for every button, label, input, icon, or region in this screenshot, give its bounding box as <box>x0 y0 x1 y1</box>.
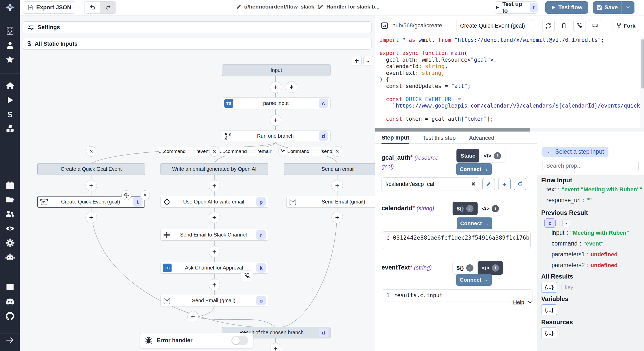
save-dropdown-button[interactable] <box>621 1 634 14</box>
search-prop-input[interactable] <box>542 161 639 171</box>
suspend-button[interactable] <box>573 20 586 32</box>
refresh-resource-button[interactable] <box>514 178 526 190</box>
step-summary-input[interactable] <box>456 20 533 32</box>
undo-button[interactable] <box>84 2 100 13</box>
code-editor[interactable]: import * as wmill from "https://deno.lan… <box>375 37 640 127</box>
export-json-button[interactable]: Export JSON <box>23 1 75 14</box>
node-send-slack[interactable]: Send Email to Slack Channel r <box>160 229 268 241</box>
arrow-right-icon[interactable] <box>0 333 20 347</box>
add-step-button[interactable]: + <box>209 246 220 257</box>
add-step-button[interactable]: + <box>209 279 220 290</box>
robot-icon[interactable] <box>0 250 20 265</box>
object-expand-button[interactable]: {...} <box>541 328 557 338</box>
reload-script-button[interactable] <box>542 20 555 32</box>
boxes-icon[interactable] <box>0 122 20 136</box>
error-handler-toggle[interactable] <box>231 336 248 345</box>
prop-row[interactable]: parameters1:undefined <box>552 251 629 258</box>
code-hscrollbar[interactable] <box>375 128 644 132</box>
prop-row[interactable]: command:"event" <box>552 240 629 247</box>
prop-row[interactable]: input:"Meeting with Ruben" <box>552 229 629 236</box>
code-mode-button[interactable]: </>i <box>478 202 503 215</box>
info-icon[interactable]: i <box>492 264 499 272</box>
tab-test-this-step[interactable]: Test this step <box>423 132 456 144</box>
object-expand-button[interactable]: {...} <box>541 282 557 293</box>
calendarid-connect-button[interactable]: Connect → <box>457 217 492 229</box>
discord-icon[interactable] <box>0 295 20 309</box>
add-resource-button[interactable]: + <box>498 178 511 190</box>
sleep-button[interactable] <box>589 20 601 32</box>
star-icon[interactable]: ★ <box>0 52 20 67</box>
add-step-button[interactable]: + <box>209 212 220 223</box>
github-icon[interactable] <box>0 309 20 323</box>
tab-step-input[interactable]: Step Input <box>382 132 409 144</box>
code-mode-button[interactable]: </>i <box>478 261 503 275</box>
home-icon[interactable] <box>0 78 20 93</box>
node-send-email-gmail-right[interactable]: Send Email (gmail) <box>286 196 375 208</box>
branch-header-gcal[interactable]: Create a Quick Gcal Event <box>37 163 145 175</box>
flow-summary-breadcrumb[interactable]: Handler for slack b... <box>318 4 380 10</box>
zoom-out-button[interactable]: - <box>363 56 373 66</box>
test-flow-button[interactable]: Test flow <box>545 1 588 14</box>
eye-icon[interactable] <box>0 221 20 236</box>
collapse-button[interactable]: - <box>562 219 570 227</box>
all-static-inputs-bar[interactable]: $ All Static Inputs <box>23 38 372 50</box>
redo-button[interactable] <box>100 2 116 13</box>
info-icon[interactable]: i <box>466 264 473 272</box>
prop-row[interactable]: text:"event "Meeting with Ruben"" <box>546 186 642 193</box>
add-step-button[interactable]: + <box>209 180 220 191</box>
template-mode-button[interactable]: ${}i <box>453 202 478 215</box>
branch-header-send[interactable]: Send an email <box>284 163 375 175</box>
eventtext-connect-button[interactable]: Connect → <box>456 274 492 286</box>
select-step-input-button[interactable]: ← Select a step input <box>542 147 608 157</box>
branch-condition-event[interactable]: ....command === 'event' <box>159 147 210 156</box>
calendarid-value-editor[interactable]: c_0312442e881ae6fcf1dec23f54916a389f1c17… <box>382 231 531 249</box>
test-up-to-button[interactable]: Test up to t <box>495 1 538 14</box>
play-icon[interactable] <box>0 93 20 107</box>
gcal-auth-connect-button[interactable]: Connect → <box>456 163 492 175</box>
add-step-button[interactable]: + <box>86 212 97 223</box>
calendar-icon[interactable] <box>0 178 20 192</box>
eventtext-expr[interactable]: results.c.input <box>394 292 443 298</box>
node-input[interactable]: Input <box>222 64 331 76</box>
windmill-logo-icon[interactable] <box>0 0 20 15</box>
tab-advanced[interactable]: Advanced <box>469 132 494 144</box>
branch-header-email[interactable]: Write an email generated by Open AI <box>160 163 268 175</box>
add-step-button[interactable]: + <box>332 212 343 223</box>
code-mode-button[interactable]: </>i <box>479 149 505 162</box>
box-button[interactable] <box>558 20 570 32</box>
gcal-auth-value-input[interactable] <box>382 177 479 191</box>
trigger-lightning-button[interactable] <box>286 81 297 93</box>
help-link[interactable]: Help <box>513 299 524 305</box>
scrollbar-thumb[interactable] <box>641 39 644 88</box>
info-icon[interactable]: i <box>494 152 501 159</box>
add-step-button[interactable]: + <box>332 180 343 191</box>
folder-icon[interactable] <box>0 192 20 207</box>
node-send-email-gmail[interactable]: Send Email (gmail) o <box>160 295 268 306</box>
add-step-button[interactable]: + <box>86 180 97 191</box>
zoom-in-button[interactable]: + <box>352 56 362 66</box>
building-icon[interactable] <box>0 23 20 38</box>
flow-path-breadcrumb[interactable]: u/henricourdent/flow_slack_1 <box>236 4 320 10</box>
flow-settings-bar[interactable]: Settings <box>23 21 372 33</box>
add-branch-button[interactable] <box>278 147 287 156</box>
node-run-one-branch[interactable]: Run one branch d <box>222 130 331 142</box>
move-step-button[interactable] <box>121 190 131 200</box>
users-gear-icon[interactable] <box>0 207 20 221</box>
object-expand-button[interactable]: {...} <box>541 304 557 315</box>
scrollbar-thumb[interactable] <box>375 128 530 132</box>
node-use-openai[interactable]: Use Open AI to write email p <box>160 196 268 208</box>
remove-step-button[interactable]: × <box>140 190 150 200</box>
remove-branch-button[interactable]: × <box>86 146 96 157</box>
add-step-button[interactable]: + <box>270 81 281 93</box>
fork-button[interactable]: Fork <box>613 20 639 32</box>
book-icon[interactable] <box>0 280 20 295</box>
add-step-button[interactable]: + <box>270 115 281 126</box>
prop-row[interactable]: parameters2:undefined <box>552 262 629 269</box>
gear-icon[interactable] <box>0 236 20 250</box>
person-icon[interactable] <box>0 38 20 52</box>
flow-canvas[interactable]: Settings $ All Static Inputs + - Input +… <box>20 15 375 351</box>
clear-value-icon[interactable]: × <box>471 180 475 188</box>
dollar-icon[interactable]: $ <box>0 107 20 122</box>
branch-condition-email[interactable]: ....command === 'email' <box>221 147 270 156</box>
save-button[interactable]: Save <box>593 1 621 14</box>
